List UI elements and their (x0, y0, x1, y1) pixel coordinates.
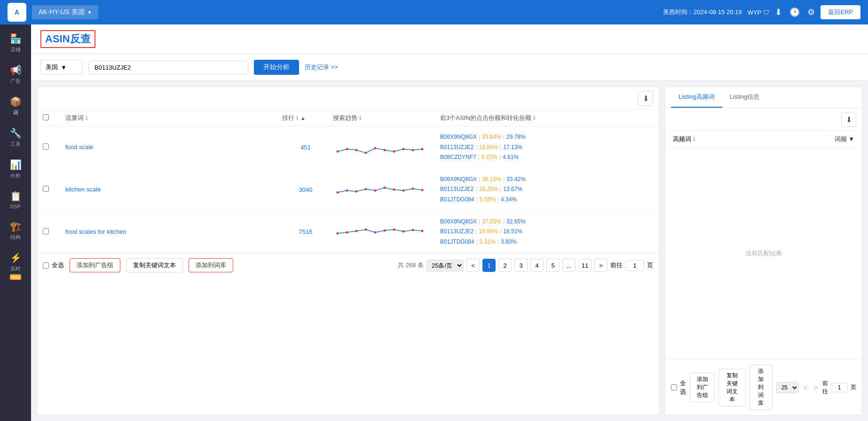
export-button[interactable]: ⬇ (638, 91, 653, 106)
rp-add-to-library-button[interactable]: 添加到词库 (750, 365, 773, 410)
per-page-select[interactable]: 25条/页 (426, 260, 464, 271)
store-selector[interactable]: AK-HY-US 美国 ▼ (32, 5, 98, 19)
current-time: 美西时间：2024-08-15 20:19 (663, 8, 742, 16)
table-row: food scales for kitchen 7516 (37, 211, 659, 254)
convert-share: 32.65% (506, 218, 526, 225)
rp-goto-input[interactable] (831, 383, 848, 392)
keyword-link[interactable]: food scale (65, 143, 93, 151)
return-erp-button[interactable]: 返回ERP (821, 5, 860, 19)
svg-point-0 (337, 150, 339, 152)
asin-list: B06X9NQ8GX|33.64%|29.78% B0113UZJE2|18.8… (440, 132, 653, 163)
svg-point-5 (384, 149, 386, 151)
asin-id[interactable]: B06X9NQ8GX (440, 218, 477, 225)
bottom-bar: 全选 添加到广告组 复制关键词文本 添加到词库 共 268 条 25条/页 < … (37, 253, 659, 277)
row-checkbox[interactable] (43, 228, 62, 236)
asin-id[interactable]: B01JTDG084 (440, 238, 474, 245)
asin-id[interactable]: B08CZDYNF7 (440, 154, 476, 160)
keyword-link[interactable]: kitchen scale (65, 186, 101, 193)
asin-list: B06X9NQ8GX|37.05%|32.65% B0113UZJE2|19.9… (440, 217, 653, 247)
analyze-button[interactable]: 开始分析 (254, 60, 299, 75)
right-panel-toolbar: ⬇ (665, 108, 862, 131)
asin-id[interactable]: B06X9NQ8GX (440, 134, 477, 140)
rp-add-to-ad-group-button[interactable]: 添加到广告组 (690, 373, 715, 402)
rp-per-page-select[interactable]: 25 (776, 382, 799, 393)
filter-bar: 美国 ▼ 开始分析 历史记录 >> (31, 54, 868, 81)
sidebar-item-label: 结构 (10, 234, 21, 241)
page-4-button[interactable]: 4 (530, 259, 544, 272)
rp-copy-keywords-button[interactable]: 复制关键词文本 (718, 369, 746, 406)
page-11-button[interactable]: 11 (578, 259, 592, 272)
click-share: 18.84% (479, 144, 498, 151)
copy-keywords-button[interactable]: 复制关键词文本 (126, 258, 183, 272)
svg-point-12 (355, 190, 358, 192)
structure-icon: 🏗️ (10, 221, 22, 232)
next-page-button[interactable]: > (594, 259, 608, 272)
table-row: food scale 451 (37, 127, 659, 169)
asin-id[interactable]: B01JTDG084 (440, 196, 474, 203)
pagination: 共 268 条 25条/页 < 1 2 3 4 5 ... 11 > (398, 259, 653, 272)
add-to-library-button[interactable]: 添加到词库 (189, 258, 233, 272)
sidebar-item-keywords[interactable]: 📦 词 (0, 91, 31, 121)
country-selector[interactable]: 美国 ▼ (40, 60, 83, 75)
row-checkbox[interactable] (43, 143, 62, 151)
sidebar-item-label: 广告 (10, 78, 21, 85)
table-row: kitchen scale 3040 (37, 169, 659, 211)
prev-page-button[interactable]: < (466, 259, 480, 272)
asin-id[interactable]: B0113UZJE2 (440, 228, 473, 235)
sidebar-item-dsp[interactable]: 📋 DSP (0, 186, 31, 214)
sidebar-item-store[interactable]: 🏪 店铺 (0, 28, 31, 58)
tab-listing-keywords[interactable]: Listing高频词 (671, 87, 722, 108)
page-1-button[interactable]: 1 (482, 259, 496, 272)
asin-id[interactable]: B0113UZJE2 (440, 186, 473, 192)
history-link[interactable]: 历史记录 >> (305, 63, 338, 71)
rank-cell: 7516 (282, 228, 329, 235)
row-checkbox[interactable] (43, 186, 62, 193)
asin-input[interactable] (88, 61, 248, 74)
asin-id[interactable]: B06X9NQ8GX (440, 176, 477, 183)
goto-label: 前往 (610, 261, 623, 270)
sidebar-item-realtime[interactable]: ⚡ 实时 Beta (0, 247, 31, 285)
select-all-checkbox[interactable] (43, 114, 49, 120)
rp-next-button[interactable]: > (812, 383, 820, 392)
select-all-checkbox[interactable] (43, 262, 49, 269)
rp-prev-button[interactable]: < (802, 383, 809, 392)
tab-listing-info[interactable]: Listing信息 (722, 87, 767, 108)
goto-input[interactable] (625, 260, 644, 271)
logo: A (8, 3, 26, 22)
rp-export-button[interactable]: ⬇ (841, 112, 856, 127)
rank-cell: 451 (282, 144, 329, 151)
right-panel: Listing高频词 Listing信息 ⬇ 高频词 ℹ 词频 ▼ 没有匹配结果 (665, 87, 862, 415)
sidebar-item-analysis[interactable]: 📊 分析 (0, 154, 31, 184)
sidebar-item-structure[interactable]: 🏗️ 结构 (0, 216, 31, 246)
svg-point-21 (346, 231, 348, 234)
sort-asc-icon[interactable]: ▲ (300, 115, 306, 121)
convert-share: 13.67% (503, 186, 522, 192)
settings-icon[interactable]: ⚙ (807, 7, 815, 17)
sidebar-item-tools[interactable]: 🔧 工具 (0, 123, 31, 152)
chevron-down-icon: ▼ (61, 64, 67, 71)
page-2-button[interactable]: 2 (498, 259, 512, 272)
svg-point-10 (337, 191, 339, 193)
user-icon: 🛡 (763, 9, 769, 16)
page-3-button[interactable]: 3 (514, 259, 528, 272)
rp-pagination: 25 < > 前往 页 (776, 380, 856, 396)
svg-point-9 (421, 148, 424, 150)
th-top-asin: 前3个ASIN的点击份额和转化份额 ℹ (440, 114, 653, 122)
download-icon[interactable]: ⬇ (775, 7, 782, 17)
rp-select-all-checkbox[interactable] (671, 384, 677, 390)
sidebar-item-label: 实时 (10, 265, 21, 272)
convert-share: 29.78% (506, 134, 526, 140)
add-to-ad-group-button[interactable]: 添加到广告组 (70, 258, 120, 272)
page-5-button[interactable]: 5 (546, 259, 560, 272)
sidebar-item-label: 工具 (10, 141, 21, 148)
sidebar-item-ad[interactable]: 📢 广告 (0, 60, 31, 89)
keyword-link[interactable]: food scales for kitchen (65, 228, 126, 235)
asin-list: B06X9NQ8GX|36.15%|33.42% B0113UZJE2|16.2… (440, 175, 653, 205)
asin-id[interactable]: B0113UZJE2 (440, 144, 473, 151)
rp-th-freq[interactable]: 词频 ▼ (835, 135, 854, 143)
svg-point-16 (393, 188, 395, 191)
top-nav-icons: ⬇ 🕐 ⚙ (775, 7, 815, 17)
svg-point-3 (365, 151, 367, 154)
svg-point-25 (384, 230, 386, 232)
history-icon[interactable]: 🕐 (789, 7, 800, 17)
